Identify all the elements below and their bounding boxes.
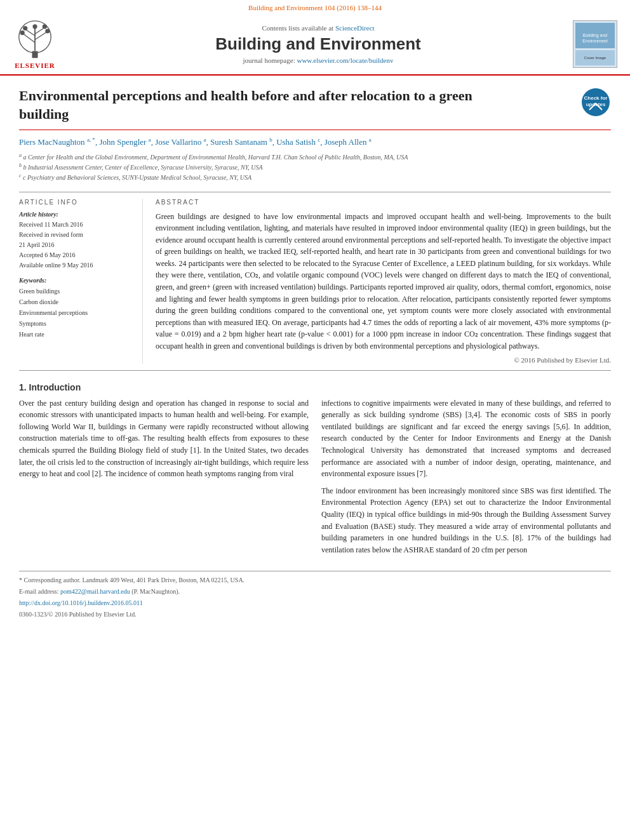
svg-point-8 xyxy=(45,29,50,33)
svg-line-6 xyxy=(35,29,44,34)
article-title: Environmental perceptions and health bef… xyxy=(19,87,522,123)
svg-rect-0 xyxy=(32,51,38,58)
abstract-text: Green buildings are designed to have low… xyxy=(156,211,611,352)
journal-citation: Building and Environment 104 (2016) 138–… xyxy=(248,4,382,11)
intro-right-paragraph-2: The indoor environment has been increasi… xyxy=(321,485,611,556)
svg-text:Building and: Building and xyxy=(583,33,608,38)
intro-left-column: Over the past century building design an… xyxy=(19,397,309,561)
received-revised-date: 21 April 2016 xyxy=(19,240,133,250)
intro-section: 1. Introduction Over the past century bu… xyxy=(19,382,611,561)
received-date: Received 11 March 2016 xyxy=(19,220,133,230)
svg-point-10 xyxy=(43,24,47,29)
keyword-1: Green buildings xyxy=(19,286,133,297)
footnote-star: * Corresponding author. Landmark 409 Wes… xyxy=(19,575,611,585)
journal-name: Building and Environment xyxy=(64,34,573,54)
elsevier-label: ELSEVIER xyxy=(15,62,55,69)
article-title-section: Environmental perceptions and health bef… xyxy=(19,87,611,130)
affiliation-b: b b Industrial Assessment Center, Center… xyxy=(19,162,611,172)
page-wrapper: Building and Environment 104 (2016) 138–… xyxy=(0,0,630,840)
crossmark-badge-icon: Check for updates xyxy=(580,87,611,117)
keywords-list: Green buildings Carbon dioxide Environme… xyxy=(19,286,133,340)
intro-title: 1. Introduction xyxy=(19,382,611,392)
journal-header: ELSEVIER Contents lists available at Sci… xyxy=(0,13,630,76)
article-body: Environmental perceptions and health bef… xyxy=(0,76,630,627)
abstract-paragraph: Green buildings are designed to have low… xyxy=(156,211,611,352)
journal-homepage-link[interactable]: www.elsevier.com/locate/buildenv xyxy=(297,57,393,64)
affiliation-c: c c Psychiatry and Behavioral Sciences, … xyxy=(19,172,611,182)
article-history-label: Article history: xyxy=(19,211,133,218)
svg-line-3 xyxy=(23,34,35,43)
footnote-email-link[interactable]: pom422@mail.harvard.edu xyxy=(60,588,130,595)
accepted-date: Accepted 6 May 2016 xyxy=(19,250,133,260)
elsevier-tree-icon xyxy=(12,19,58,60)
received-revised-label: Received in revised form xyxy=(19,230,133,240)
contents-line: Contents lists available at ScienceDirec… xyxy=(64,24,573,32)
journal-top-bar: Building and Environment 104 (2016) 138–… xyxy=(0,0,630,13)
intro-two-col-text: Over the past century building design an… xyxy=(19,397,611,561)
footnote-email: E-mail address: pom422@mail.harvard.edu … xyxy=(19,587,611,596)
available-date: Available online 9 May 2016 xyxy=(19,260,133,270)
article-info-abstract-section: ARTICLE INFO Article history: Received 1… xyxy=(19,192,611,371)
article-history-group: Article history: Received 11 March 2016 … xyxy=(19,211,133,270)
svg-text:Environment: Environment xyxy=(582,39,607,43)
svg-line-4 xyxy=(35,32,46,40)
abstract-column: ABSTRACT Green buildings are designed to… xyxy=(156,199,611,364)
svg-point-7 xyxy=(20,30,25,35)
footnote-area: * Corresponding author. Landmark 409 Wes… xyxy=(19,571,611,619)
intro-right-column: infections to cognitive impairments were… xyxy=(321,397,611,561)
svg-point-9 xyxy=(23,26,27,30)
svg-text:Cover Image: Cover Image xyxy=(584,56,607,60)
keyword-3: Environmental perceptions xyxy=(19,307,133,318)
journal-cover-image: Building and Environment Cover Image xyxy=(573,20,617,68)
keyword-2: Carbon dioxide xyxy=(19,297,133,307)
article-info-column: ARTICLE INFO Article history: Received 1… xyxy=(19,199,143,364)
affiliations: a a Center for Health and the Global Env… xyxy=(19,152,611,183)
doi-line: http://dx.doi.org/10.1016/j.buildenv.201… xyxy=(19,598,611,608)
article-info-label: ARTICLE INFO xyxy=(19,199,133,206)
intro-right-paragraph-1: infections to cognitive impairments were… xyxy=(321,397,611,480)
elsevier-logo: ELSEVIER xyxy=(6,19,64,69)
keyword-4: Symptoms xyxy=(19,318,133,329)
journal-homepage: journal homepage: www.elsevier.com/locat… xyxy=(64,57,573,64)
keyword-5: Heart rate xyxy=(19,329,133,340)
svg-text:Check for: Check for xyxy=(584,95,608,101)
svg-line-5 xyxy=(27,30,36,36)
keywords-label: Keywords: xyxy=(19,277,133,284)
keywords-group: Keywords: Green buildings Carbon dioxide… xyxy=(19,277,133,340)
sciencedirect-link[interactable]: ScienceDirect xyxy=(335,24,375,32)
copyright-line: © 2016 Published by Elsevier Ltd. xyxy=(156,356,611,364)
affiliation-a: a a Center for Health and the Global Env… xyxy=(19,152,611,162)
journal-title-block: Contents lists available at ScienceDirec… xyxy=(64,24,573,64)
issn-line: 0360-1323/© 2016 Published by Elsevier L… xyxy=(19,610,611,619)
intro-left-paragraph: Over the past century building design an… xyxy=(19,397,309,480)
svg-point-11 xyxy=(32,24,37,29)
authors-line: Piers MacNaughton a, *, John Spengler a,… xyxy=(19,137,611,147)
doi-link[interactable]: http://dx.doi.org/10.1016/j.buildenv.201… xyxy=(19,599,143,606)
abstract-label: ABSTRACT xyxy=(156,199,611,206)
